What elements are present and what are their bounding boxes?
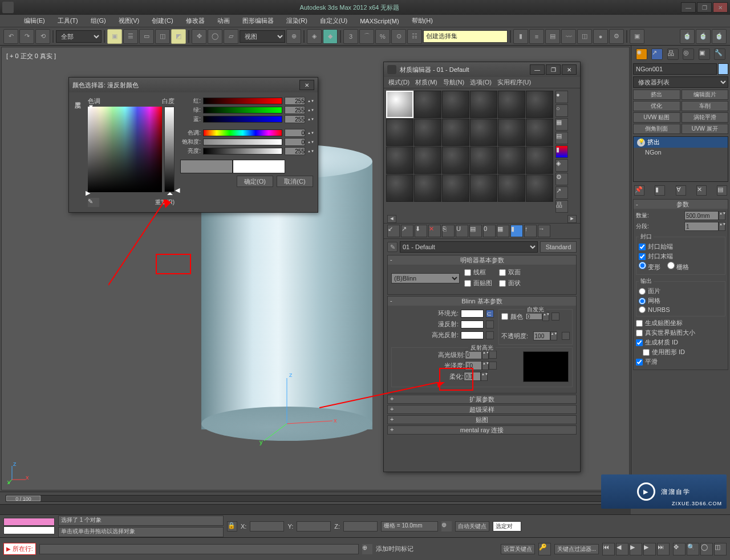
rotate-button[interactable]: ◯ (208, 29, 222, 44)
time-slider[interactable]: 0 / 100 (6, 495, 625, 502)
hierarchy-tab-icon[interactable]: 品 (667, 48, 679, 60)
shader-basic-rollout[interactable]: -明暗器基本参数 (388, 255, 576, 265)
mat-menu-nav[interactable]: 导航(N) (443, 78, 464, 87)
blue-slider[interactable] (203, 116, 282, 123)
show-end-button[interactable]: ▮ (655, 185, 665, 196)
show-end-result-button[interactable]: ▮ (510, 225, 523, 237)
move-button[interactable]: ✥ (192, 29, 206, 44)
opacity-map-button[interactable] (562, 332, 570, 340)
menu-edit[interactable]: 编辑(E) (22, 15, 47, 26)
schematic-button[interactable]: ◫ (577, 29, 592, 44)
align-button[interactable]: ≡ (529, 29, 544, 44)
selected-obj-input[interactable] (493, 521, 521, 531)
create-tab-icon[interactable]: ✺ (636, 48, 647, 60)
material-slot[interactable] (442, 91, 469, 118)
modbtn-optimize[interactable]: 优化 (633, 101, 680, 111)
configure-button[interactable]: ▤ (717, 185, 727, 196)
material-type-button[interactable]: Standard (540, 241, 577, 253)
modbtn-extrude[interactable]: 挤出 (633, 90, 680, 100)
color-titlebar[interactable]: 颜色选择器: 漫反射颜色 ✕ (69, 78, 318, 92)
show-map-button[interactable]: ▦ (497, 225, 509, 237)
mat-menu-mode[interactable]: 模式(D) (388, 78, 409, 87)
mat-minimize-button[interactable]: — (530, 64, 545, 75)
edit-selection-button[interactable]: ☷ (407, 29, 422, 44)
next-frame-button[interactable]: ▶ (643, 543, 656, 555)
material-slot[interactable] (470, 91, 497, 118)
redo-button[interactable]: ↷ (19, 29, 34, 44)
layers-button[interactable]: ▤ (545, 29, 560, 44)
sample-uv-button[interactable]: ▤ (555, 132, 568, 144)
segments-input[interactable] (684, 222, 719, 231)
lock-icon[interactable]: 🔒 (227, 521, 237, 531)
amount-spinner[interactable]: ▲▼ (719, 211, 725, 220)
modbtn-lathe[interactable]: 车削 (682, 101, 729, 111)
whiteness-slider[interactable]: ◀ (164, 107, 175, 192)
scroll-right-button[interactable]: ► (567, 215, 577, 223)
material-slot[interactable] (498, 175, 525, 202)
smooth-check[interactable] (636, 359, 643, 366)
material-slot[interactable] (498, 147, 525, 174)
modbtn-bevelprofile[interactable]: 倒角剖面 (633, 124, 680, 134)
wire-check[interactable] (464, 269, 471, 276)
mirror-button[interactable]: ▮ (513, 29, 528, 44)
goto-end-button[interactable]: ⏭ (657, 543, 670, 555)
percent-snap-button[interactable]: % (375, 29, 390, 44)
mentalray-rollout[interactable]: +mental ray 连接 (387, 425, 577, 435)
z-input[interactable] (343, 521, 378, 531)
modify-tab-icon[interactable]: ↗ (651, 48, 663, 60)
go-parent-button[interactable]: ↑ (524, 225, 537, 237)
material-slot[interactable] (498, 91, 525, 118)
color-gradient-picker[interactable]: ▼ ▶ (88, 107, 162, 192)
segments-spinner[interactable]: ▲▼ (719, 222, 725, 231)
select-crossing-button[interactable]: ◩ (171, 29, 186, 44)
mat-menu-utilities[interactable]: 实用程序(U) (497, 78, 531, 87)
modbtn-editpatch[interactable]: 编辑面片 (682, 90, 729, 100)
manipulate-button[interactable]: ◈ (307, 29, 322, 44)
setkey-button[interactable]: 设置关键点 (501, 544, 535, 554)
material-slot[interactable] (442, 119, 469, 146)
menu-animation[interactable]: 动画 (215, 15, 232, 26)
material-slot[interactable] (414, 147, 441, 174)
scale-button[interactable]: ▱ (224, 29, 238, 44)
soften-input[interactable] (464, 372, 481, 381)
motion-tab-icon[interactable]: ◎ (683, 48, 694, 60)
material-id-button[interactable]: 0 (483, 225, 496, 237)
mat-close-button[interactable]: ✕ (562, 64, 577, 75)
hue-input[interactable] (285, 129, 305, 137)
teapot2-icon[interactable]: 🍵 (696, 29, 711, 44)
select-window-button[interactable]: ◫ (155, 29, 170, 44)
spinner-snap-button[interactable]: ⊙ (391, 29, 406, 44)
mesh-radio[interactable] (639, 298, 646, 305)
selfillum-map-button[interactable] (551, 313, 559, 320)
pick-button[interactable]: ✎ (387, 242, 398, 252)
val-slider[interactable] (203, 148, 282, 155)
maps-rollout[interactable]: +贴图 (387, 415, 577, 424)
material-slot[interactable] (414, 119, 441, 146)
put-lib-button[interactable]: ▤ (469, 225, 482, 237)
minimize-button[interactable]: — (681, 2, 696, 13)
blinn-basic-rollout[interactable]: -Blinn 基本参数 (388, 297, 576, 306)
color-cancel-button[interactable]: 取消(C) (277, 176, 313, 187)
utilities-tab-icon[interactable]: 🔧 (714, 48, 725, 60)
nav-orbit-button[interactable]: ◯ (700, 543, 713, 555)
realworld-check[interactable] (636, 330, 643, 336)
autokey-button[interactable]: 自动关键点 (455, 521, 489, 531)
val-input[interactable] (285, 147, 305, 155)
cap-end-check[interactable] (639, 253, 646, 260)
prompt-input[interactable] (39, 544, 359, 554)
red-slider[interactable] (203, 98, 282, 104)
green-slider[interactable] (203, 107, 282, 113)
select-rect-button[interactable]: ▭ (139, 29, 154, 44)
opacity-input[interactable] (533, 331, 550, 340)
mat-menu-material[interactable]: 材质(M) (415, 78, 437, 87)
material-slot[interactable] (414, 175, 441, 202)
shader-select[interactable]: (B)Blinn (391, 273, 460, 283)
minilistener-icon[interactable] (3, 518, 55, 534)
backlight-button[interactable]: ○ (555, 104, 568, 117)
curve-editor-button[interactable]: 〰 (561, 29, 576, 44)
params-rollout-header[interactable]: -参数 (634, 200, 728, 209)
color-ok-button[interactable]: 确定(O) (237, 176, 273, 187)
refcoord-select[interactable]: 视图 (240, 30, 285, 43)
patch-radio[interactable] (639, 288, 646, 295)
supersampling-rollout[interactable]: +超级采样 (387, 405, 577, 414)
